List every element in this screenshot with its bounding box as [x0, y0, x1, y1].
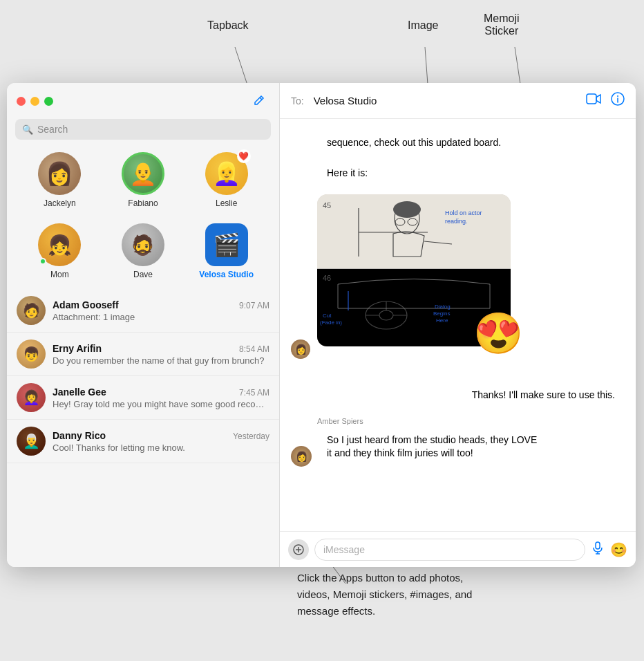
pinned-contact-dave[interactable]: 🧔 Dave [115, 223, 171, 279]
close-button[interactable] [17, 97, 26, 106]
chat-time-danny: Yesterday [233, 431, 269, 441]
memoji-sticker-annotation: MemojiSticker [484, 12, 520, 37]
chat-main: To: Velosa Studio [280, 83, 636, 567]
message-input-bar: iMessage 😊 [280, 531, 636, 567]
input-placeholder: iMessage [323, 544, 365, 555]
msg-bubble-sequence: sequence, check out this updated board. [317, 130, 511, 156]
svg-text:45: 45 [323, 201, 331, 210]
titlebar-actions [586, 92, 625, 109]
message-input-field[interactable]: iMessage [314, 539, 585, 561]
msg-row-amber: 👩 So I just heard from the studio heads,… [291, 427, 625, 467]
to-label: To: [291, 95, 304, 106]
chat-name-erny: Erny Arifin [53, 343, 102, 354]
chat-content-danny: Danny Rico Yesterday Cool! Thanks for le… [53, 430, 269, 453]
svg-text:46: 46 [323, 274, 331, 282]
pinned-contact-mom[interactable]: 👧 Mom [32, 223, 87, 279]
sidebar-titlebar [7, 83, 279, 119]
chat-item-erny[interactable]: 👦 Erny Arifin 8:54 AM Do you remember th… [7, 333, 279, 376]
pinned-name-velosa: Velosa Studio [199, 270, 254, 279]
chat-name-janelle: Janelle Gee [53, 387, 106, 398]
minimize-button[interactable] [30, 97, 39, 106]
chat-preview-danny: Cool! Thanks for letting me know. [53, 443, 269, 453]
chat-item-janelle[interactable]: 👩‍🦱 Janelle Gee 7:45 AM Hey! Gray told m… [7, 376, 279, 420]
pinned-row-1: 👩 Jackelyn 🧑‍🦲 Fabiano 👱‍♀️ [7, 147, 279, 218]
chat-name-danny: Danny Rico [53, 430, 106, 441]
info-icon[interactable] [611, 92, 625, 109]
chat-item-adam[interactable]: 🧑 Adam Gooseff 9:07 AM Attachment: 1 ima… [7, 289, 279, 333]
storyboard-image-wrap: Hold on actor reading. 45 46 [317, 194, 511, 346]
pinned-name-mom: Mom [50, 270, 69, 279]
search-placeholder: Search [37, 124, 68, 135]
msg-row-hereit: Here it is: [291, 160, 625, 187]
audio-button[interactable] [591, 541, 605, 558]
sender-avatar-storyboard: 👩 [291, 339, 310, 359]
svg-text:reading.: reading. [445, 218, 468, 225]
pinned-contact-leslie[interactable]: 👱‍♀️ ❤️ Leslie [199, 152, 254, 208]
sidebar: 🔍 Search 👩 Jackelyn 🧑‍🦲 Fabiano [7, 83, 280, 567]
msg-group-sequence: sequence, check out this updated board. … [291, 130, 625, 186]
memoji-sticker-emoji: 😍 [473, 313, 523, 353]
svg-text:Begins: Begins [433, 310, 450, 317]
chat-list: 🧑 Adam Gooseff 9:07 AM Attachment: 1 ima… [7, 289, 279, 567]
facetime-video-icon[interactable] [586, 93, 601, 108]
svg-rect-5 [587, 94, 596, 104]
msg-row-outgoing: Thanks! I'll make sure to use this. [462, 382, 625, 409]
chat-item-danny[interactable]: 👨‍🦳 Danny Rico Yesterday Cool! Thanks fo… [7, 420, 279, 463]
msg-row-sequence: sequence, check out this updated board. [291, 130, 625, 156]
pinned-name-jackelyn: Jackelyn [44, 198, 76, 208]
pinned-row-2: 👧 Mom 🧔 Dave 🎬 [7, 218, 279, 289]
messages-window: 🔍 Search 👩 Jackelyn 🧑‍🦲 Fabiano [7, 83, 636, 567]
chat-time-janelle: 7:45 AM [239, 388, 269, 398]
svg-text:Here: Here [436, 317, 448, 324]
image-annotation: Image [408, 19, 438, 32]
maximize-button[interactable] [44, 97, 53, 106]
apps-button[interactable] [288, 539, 309, 560]
chat-content-erny: Erny Arifin 8:54 AM Do you remember the … [53, 343, 269, 366]
svg-line-4 [260, 97, 262, 100]
pinned-contact-fabiano[interactable]: 🧑‍🦲 Fabiano [115, 152, 171, 208]
amber-sender-label: Amber Spiers [317, 417, 625, 425]
chat-time-adam: 9:07 AM [239, 301, 269, 310]
amber-avatar: 👩 [291, 446, 312, 467]
chat-titlebar: To: Velosa Studio [280, 83, 636, 119]
svg-text:Dialog: Dialog [435, 304, 451, 310]
pinned-name-dave: Dave [133, 270, 153, 279]
msg-bubble-thanks: Thanks! I'll make sure to use this. [462, 382, 625, 409]
pinned-contact-velosa-studio[interactable]: 🎬 Velosa Studio [199, 223, 254, 279]
svg-text:Cut: Cut [323, 313, 332, 319]
pinned-name-leslie: Leslie [216, 198, 237, 208]
chat-preview-janelle: Hey! Gray told me you might have some go… [53, 399, 269, 409]
pinned-name-fabiano: Fabiano [128, 198, 158, 208]
chat-preview-erny: Do you remember the name of that guy fro… [53, 355, 269, 366]
storyboard-container: Hold on actor reading. 45 46 [317, 194, 625, 349]
svg-text:(Fade in): (Fade in) [320, 319, 342, 326]
chat-name-adam: Adam Gooseff [53, 299, 119, 310]
svg-text:Hold on actor: Hold on actor [445, 210, 482, 216]
messages-area: sequence, check out this updated board. … [280, 119, 636, 531]
emoji-button[interactable]: 😊 [610, 541, 627, 558]
bottom-annotation: Click the Apps button to add photos, vid… [297, 570, 491, 620]
svg-rect-11 [317, 260, 511, 269]
msg-bubble-hereit: Here it is: [317, 160, 377, 187]
msg-group-amber: Amber Spiers 👩 So I just heard from the … [291, 417, 625, 467]
pinned-contact-jackelyn[interactable]: 👩 Jackelyn [32, 152, 87, 208]
heart-badge: ❤️ [237, 149, 251, 163]
chat-time-erny: 8:54 AM [239, 344, 269, 354]
search-bar[interactable]: 🔍 Search [15, 119, 271, 140]
chat-content-adam: Adam Gooseff 9:07 AM Attachment: 1 image [53, 299, 269, 322]
tapback-annotation: Tapback [207, 19, 249, 32]
compose-button[interactable] [250, 91, 269, 111]
svg-point-8 [617, 95, 618, 97]
chat-recipient: Velosa Studio [314, 95, 579, 106]
svg-point-18 [393, 201, 421, 218]
online-indicator [39, 258, 46, 265]
chat-content-janelle: Janelle Gee 7:45 AM Hey! Gray told me yo… [53, 387, 269, 409]
msg-bubble-amber: So I just heard from the studio heads, t… [317, 427, 552, 467]
chat-preview-adam: Attachment: 1 image [53, 312, 269, 322]
svg-rect-40 [596, 542, 600, 549]
search-icon: 🔍 [22, 124, 33, 135]
traffic-lights [17, 97, 53, 106]
